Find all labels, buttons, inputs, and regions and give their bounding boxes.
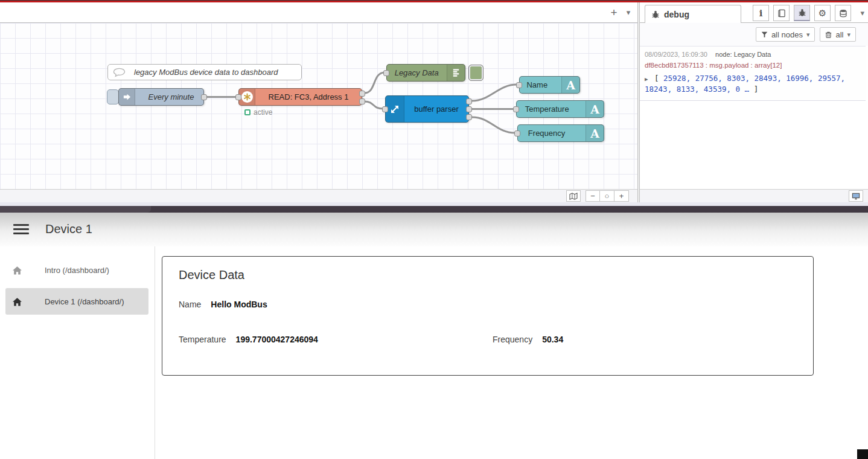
bug-icon [651,10,660,19]
filter-label: all nodes [771,30,803,39]
debug-node-label: Legacy Data [391,68,439,77]
inject-output-port[interactable] [201,94,207,100]
status-label: active [254,108,272,117]
buffer-parser-node[interactable]: buffer parser [385,95,469,123]
parser-output-port-1[interactable] [466,98,472,104]
debug-toolbar: all nodes ▾ all ▾ [640,23,868,46]
ui-text-temperature-label: Temperature [525,104,569,114]
zoom-in-button[interactable]: + [614,190,629,202]
inject-node[interactable]: Every minute [118,88,204,106]
sidebar-item-intro[interactable]: Intro (/dashboard/) [5,257,148,283]
debug-sidebar: debug i [640,2,868,202]
dashboard-body: Intro (/dashboard/) Device 1 (/dashboard… [0,246,868,459]
tab-debug[interactable]: debug [645,5,741,23]
parser-input-port[interactable] [382,106,388,112]
workspace-pane: + ▾ [0,2,637,202]
payload-numbers: 25928, 27756, 8303, 28493, 16996, 29557,… [645,74,845,94]
comment-label: legacy ModBus device data to dashboard [134,68,278,77]
sidebar-item-intro-label: Intro (/dashboard/) [45,266,109,275]
config-gear-tab-button[interactable]: ⚙ [814,5,831,21]
home-icon [12,266,22,275]
sidebar-item-device-1-label: Device 1 (/dashboard/) [45,297,124,306]
debug-message[interactable]: 08/09/2023, 16:09:30 node: Legacy Data d… [640,47,866,101]
text-A-icon: A [586,101,604,117]
modbus-read-node[interactable]: READ: FC3, Address 1 [238,88,362,106]
debug-filter-button[interactable]: all nodes ▾ [756,27,815,42]
debug-clear-button[interactable]: all ▾ [820,27,856,42]
open-debug-window-button[interactable] [849,190,863,202]
temperature-label: Temperature [179,335,226,344]
workspace-footer: − ○ + [0,189,637,202]
frequency-value: 50.34 [542,335,563,344]
frequency-input-port[interactable] [514,130,520,136]
screen: + ▾ [0,0,868,459]
device-data-card: Device Data Name Hello ModBus Temperatur… [162,256,814,376]
debug-tabbar: debug i [640,2,868,23]
ui-text-node-frequency[interactable]: Frequency A [517,124,604,142]
flow-list-caret-icon[interactable]: ▾ [621,5,636,21]
add-flow-button[interactable]: + [606,5,622,21]
context-data-tab-button[interactable] [835,5,851,21]
debug-node-legacy-data[interactable]: Legacy Data [386,64,465,82]
text-A-icon: A [561,77,579,93]
flow-canvas[interactable]: legacy ModBus device data to dashboard E… [0,23,637,189]
temperature-value: 199.77000427246094 [236,335,318,344]
parser-output-port-3[interactable] [466,114,472,120]
debug-tab-button[interactable] [794,5,810,21]
field-temperature: Temperature 199.77000427246094 [162,335,488,344]
debug-source-node: node: Legacy Data [715,51,771,58]
filter-funnel-icon [761,31,768,38]
ui-text-frequency-label: Frequency [528,129,565,138]
dashboard-sidebar: Intro (/dashboard/) Device 1 (/dashboard… [0,246,155,459]
menu-hamburger-icon[interactable] [13,224,29,235]
field-frequency: Frequency 50.34 [488,335,813,344]
modbus-status: active [244,108,272,117]
modbus-output-port-2[interactable] [359,98,365,104]
debug-payload[interactable]: ▶ [ 25928, 27756, 8303, 28493, 16996, 29… [645,73,861,95]
name-label: Name [179,300,201,309]
comment-node[interactable]: legacy ModBus device data to dashboard [107,64,302,80]
expand-arrows-icon [386,96,404,122]
modbus-icon [239,89,255,105]
buffer-parser-label: buffer parser [414,104,458,114]
debug-timestamp: 08/09/2023, 16:09:30 [645,51,707,58]
name-value: Hello ModBus [211,300,267,309]
field-row-measurements: Temperature 199.77000427246094 Frequency… [162,335,813,344]
workspace-tabbar: + ▾ [0,2,637,23]
debug-levels-icon [447,65,465,81]
zoom-out-button[interactable]: − [586,190,600,202]
debug-input-port[interactable] [383,70,389,76]
info-tab-button[interactable]: i [753,5,769,21]
debug-property-path: df8ecbd817357113 : msg.payload : array[1… [645,62,861,69]
name-input-port[interactable] [516,82,522,88]
node-red-editor: + ▾ [0,2,868,206]
modbus-input-port[interactable] [235,94,241,100]
ui-text-node-temperature[interactable]: Temperature A [516,100,604,118]
ui-text-name-label: Name [526,80,547,89]
zoom-reset-button[interactable]: ○ [600,190,614,202]
home-icon [12,297,22,306]
parser-output-port-2[interactable] [466,106,472,112]
sidebar-menu-caret-icon[interactable]: ▾ [860,8,864,18]
debug-message-list[interactable]: 08/09/2023, 16:09:30 node: Legacy Data d… [640,46,866,189]
debug-message-meta: 08/09/2023, 16:09:30 node: Legacy Data [645,51,861,58]
browser-tab-hint [0,206,151,213]
navigator-map-button[interactable] [566,190,581,202]
help-book-tab-button[interactable] [773,5,790,21]
temperature-input-port[interactable] [513,106,519,112]
inject-label: Every minute [145,92,194,101]
expand-caret-icon[interactable]: ▶ [645,76,648,82]
text-A-icon: A [586,125,604,141]
card-title: Device Data [162,257,813,282]
debug-enable-toggle[interactable] [468,65,483,81]
ui-text-node-name[interactable]: Name A [519,76,580,94]
frequency-label: Frequency [493,335,532,344]
dashboard-page-title: Device 1 [45,222,92,236]
status-dot-icon [244,109,251,115]
speech-bubble-icon [113,68,126,77]
modbus-output-port-1[interactable] [359,91,365,97]
window-corner [857,449,868,459]
inject-trigger-button[interactable] [107,89,119,104]
modbus-read-label: READ: FC3, Address 1 [269,92,349,101]
sidebar-item-device-1[interactable]: Device 1 (/dashboard/) [5,288,148,315]
